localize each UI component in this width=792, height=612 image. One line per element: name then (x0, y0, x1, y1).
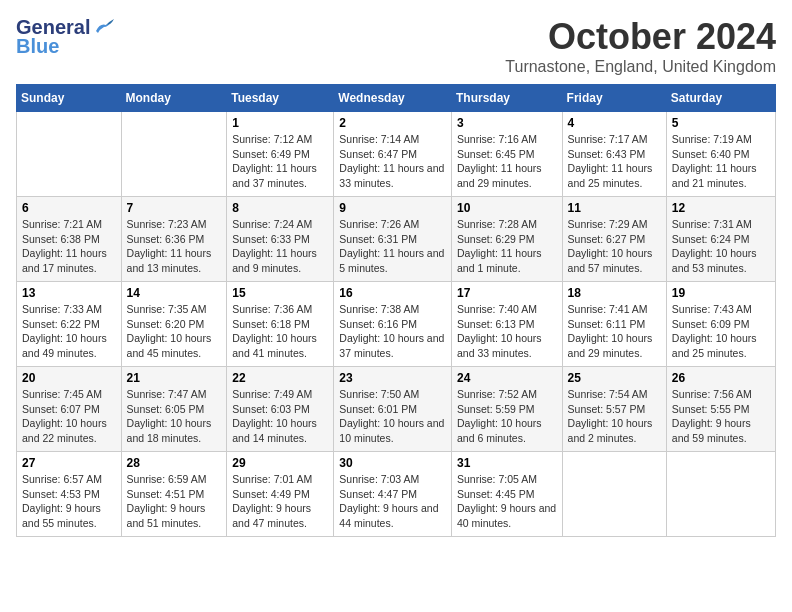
weekday-header-sunday: Sunday (17, 85, 122, 112)
calendar-day-cell: 3Sunrise: 7:16 AMSunset: 6:45 PMDaylight… (451, 112, 562, 197)
day-info: Sunrise: 7:28 AMSunset: 6:29 PMDaylight:… (457, 217, 557, 276)
calendar-day-cell: 2Sunrise: 7:14 AMSunset: 6:47 PMDaylight… (334, 112, 452, 197)
logo-blue: Blue (16, 35, 59, 58)
calendar-day-cell (17, 112, 122, 197)
day-number: 9 (339, 201, 446, 215)
day-info: Sunrise: 6:57 AMSunset: 4:53 PMDaylight:… (22, 472, 116, 531)
calendar-day-cell (121, 112, 227, 197)
day-info: Sunrise: 7:43 AMSunset: 6:09 PMDaylight:… (672, 302, 770, 361)
day-info: Sunrise: 7:35 AMSunset: 6:20 PMDaylight:… (127, 302, 222, 361)
calendar-table: SundayMondayTuesdayWednesdayThursdayFrid… (16, 84, 776, 537)
logo: General Blue (16, 16, 114, 58)
day-info: Sunrise: 7:54 AMSunset: 5:57 PMDaylight:… (568, 387, 661, 446)
calendar-day-cell: 12Sunrise: 7:31 AMSunset: 6:24 PMDayligh… (666, 197, 775, 282)
calendar-day-cell: 31Sunrise: 7:05 AMSunset: 4:45 PMDayligh… (451, 452, 562, 537)
day-number: 28 (127, 456, 222, 470)
day-number: 24 (457, 371, 557, 385)
calendar-day-cell: 5Sunrise: 7:19 AMSunset: 6:40 PMDaylight… (666, 112, 775, 197)
day-info: Sunrise: 7:45 AMSunset: 6:07 PMDaylight:… (22, 387, 116, 446)
day-number: 21 (127, 371, 222, 385)
weekday-header-thursday: Thursday (451, 85, 562, 112)
calendar-day-cell: 7Sunrise: 7:23 AMSunset: 6:36 PMDaylight… (121, 197, 227, 282)
day-info: Sunrise: 7:31 AMSunset: 6:24 PMDaylight:… (672, 217, 770, 276)
day-number: 11 (568, 201, 661, 215)
calendar-day-cell: 23Sunrise: 7:50 AMSunset: 6:01 PMDayligh… (334, 367, 452, 452)
calendar-day-cell: 20Sunrise: 7:45 AMSunset: 6:07 PMDayligh… (17, 367, 122, 452)
day-info: Sunrise: 7:49 AMSunset: 6:03 PMDaylight:… (232, 387, 328, 446)
weekday-header-tuesday: Tuesday (227, 85, 334, 112)
day-info: Sunrise: 7:21 AMSunset: 6:38 PMDaylight:… (22, 217, 116, 276)
calendar-day-cell: 21Sunrise: 7:47 AMSunset: 6:05 PMDayligh… (121, 367, 227, 452)
day-info: Sunrise: 7:52 AMSunset: 5:59 PMDaylight:… (457, 387, 557, 446)
weekday-header-row: SundayMondayTuesdayWednesdayThursdayFrid… (17, 85, 776, 112)
calendar-day-cell: 8Sunrise: 7:24 AMSunset: 6:33 PMDaylight… (227, 197, 334, 282)
day-number: 1 (232, 116, 328, 130)
day-number: 26 (672, 371, 770, 385)
day-info: Sunrise: 7:24 AMSunset: 6:33 PMDaylight:… (232, 217, 328, 276)
day-number: 30 (339, 456, 446, 470)
day-number: 29 (232, 456, 328, 470)
page-header: General Blue October 2024 Turnastone, En… (16, 16, 776, 76)
day-number: 3 (457, 116, 557, 130)
calendar-day-cell: 10Sunrise: 7:28 AMSunset: 6:29 PMDayligh… (451, 197, 562, 282)
day-number: 14 (127, 286, 222, 300)
calendar-day-cell: 29Sunrise: 7:01 AMSunset: 4:49 PMDayligh… (227, 452, 334, 537)
logo-bird-icon (92, 19, 114, 37)
day-number: 13 (22, 286, 116, 300)
day-info: Sunrise: 7:38 AMSunset: 6:16 PMDaylight:… (339, 302, 446, 361)
calendar-week-row: 6Sunrise: 7:21 AMSunset: 6:38 PMDaylight… (17, 197, 776, 282)
day-number: 7 (127, 201, 222, 215)
day-info: Sunrise: 7:14 AMSunset: 6:47 PMDaylight:… (339, 132, 446, 191)
day-number: 22 (232, 371, 328, 385)
day-number: 16 (339, 286, 446, 300)
day-info: Sunrise: 7:17 AMSunset: 6:43 PMDaylight:… (568, 132, 661, 191)
day-number: 10 (457, 201, 557, 215)
day-number: 31 (457, 456, 557, 470)
day-number: 5 (672, 116, 770, 130)
weekday-header-friday: Friday (562, 85, 666, 112)
calendar-day-cell: 1Sunrise: 7:12 AMSunset: 6:49 PMDaylight… (227, 112, 334, 197)
calendar-day-cell: 17Sunrise: 7:40 AMSunset: 6:13 PMDayligh… (451, 282, 562, 367)
weekday-header-monday: Monday (121, 85, 227, 112)
location-subtitle: Turnastone, England, United Kingdom (505, 58, 776, 76)
calendar-day-cell: 26Sunrise: 7:56 AMSunset: 5:55 PMDayligh… (666, 367, 775, 452)
calendar-day-cell: 24Sunrise: 7:52 AMSunset: 5:59 PMDayligh… (451, 367, 562, 452)
day-info: Sunrise: 7:01 AMSunset: 4:49 PMDaylight:… (232, 472, 328, 531)
calendar-week-row: 13Sunrise: 7:33 AMSunset: 6:22 PMDayligh… (17, 282, 776, 367)
calendar-day-cell: 18Sunrise: 7:41 AMSunset: 6:11 PMDayligh… (562, 282, 666, 367)
day-number: 15 (232, 286, 328, 300)
weekday-header-wednesday: Wednesday (334, 85, 452, 112)
day-info: Sunrise: 7:23 AMSunset: 6:36 PMDaylight:… (127, 217, 222, 276)
calendar-day-cell: 30Sunrise: 7:03 AMSunset: 4:47 PMDayligh… (334, 452, 452, 537)
calendar-day-cell: 14Sunrise: 7:35 AMSunset: 6:20 PMDayligh… (121, 282, 227, 367)
day-info: Sunrise: 7:05 AMSunset: 4:45 PMDaylight:… (457, 472, 557, 531)
day-number: 8 (232, 201, 328, 215)
month-title: October 2024 (505, 16, 776, 58)
day-number: 18 (568, 286, 661, 300)
day-info: Sunrise: 7:36 AMSunset: 6:18 PMDaylight:… (232, 302, 328, 361)
calendar-week-row: 20Sunrise: 7:45 AMSunset: 6:07 PMDayligh… (17, 367, 776, 452)
calendar-week-row: 1Sunrise: 7:12 AMSunset: 6:49 PMDaylight… (17, 112, 776, 197)
calendar-day-cell: 22Sunrise: 7:49 AMSunset: 6:03 PMDayligh… (227, 367, 334, 452)
day-info: Sunrise: 7:40 AMSunset: 6:13 PMDaylight:… (457, 302, 557, 361)
day-number: 23 (339, 371, 446, 385)
calendar-day-cell: 15Sunrise: 7:36 AMSunset: 6:18 PMDayligh… (227, 282, 334, 367)
day-number: 20 (22, 371, 116, 385)
calendar-day-cell: 16Sunrise: 7:38 AMSunset: 6:16 PMDayligh… (334, 282, 452, 367)
day-info: Sunrise: 7:26 AMSunset: 6:31 PMDaylight:… (339, 217, 446, 276)
day-info: Sunrise: 7:16 AMSunset: 6:45 PMDaylight:… (457, 132, 557, 191)
calendar-day-cell (666, 452, 775, 537)
day-number: 12 (672, 201, 770, 215)
day-info: Sunrise: 7:12 AMSunset: 6:49 PMDaylight:… (232, 132, 328, 191)
weekday-header-saturday: Saturday (666, 85, 775, 112)
calendar-day-cell: 27Sunrise: 6:57 AMSunset: 4:53 PMDayligh… (17, 452, 122, 537)
day-info: Sunrise: 7:41 AMSunset: 6:11 PMDaylight:… (568, 302, 661, 361)
calendar-day-cell: 28Sunrise: 6:59 AMSunset: 4:51 PMDayligh… (121, 452, 227, 537)
calendar-day-cell: 25Sunrise: 7:54 AMSunset: 5:57 PMDayligh… (562, 367, 666, 452)
calendar-day-cell: 4Sunrise: 7:17 AMSunset: 6:43 PMDaylight… (562, 112, 666, 197)
day-info: Sunrise: 7:33 AMSunset: 6:22 PMDaylight:… (22, 302, 116, 361)
day-info: Sunrise: 7:29 AMSunset: 6:27 PMDaylight:… (568, 217, 661, 276)
calendar-day-cell: 11Sunrise: 7:29 AMSunset: 6:27 PMDayligh… (562, 197, 666, 282)
calendar-day-cell: 6Sunrise: 7:21 AMSunset: 6:38 PMDaylight… (17, 197, 122, 282)
calendar-day-cell: 13Sunrise: 7:33 AMSunset: 6:22 PMDayligh… (17, 282, 122, 367)
